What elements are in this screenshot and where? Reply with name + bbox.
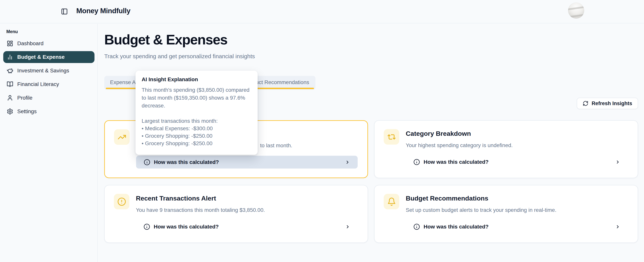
how-calculated-button[interactable]: How was this calculated? [136, 156, 358, 169]
refresh-icon [583, 101, 588, 106]
info-icon [414, 159, 420, 165]
popover-line: to last month ($159,350.00) shows a 97.6… [142, 94, 252, 102]
trending-up-icon [114, 129, 130, 145]
card-description: Set up custom budget alerts to track you… [406, 207, 556, 214]
sidebar-toggle-button[interactable] [61, 8, 68, 15]
how-calculated-label: How was this calculated? [424, 159, 488, 165]
info-icon [144, 159, 150, 166]
ai-insight-popover: AI Insight Explanation This month's spen… [136, 71, 258, 155]
page-subtitle: Track your spending and get personalized… [104, 52, 255, 60]
refresh-insights-label: Refresh Insights [592, 101, 632, 106]
how-calculated-label: How was this calculated? [154, 159, 219, 165]
page-title: Budget & Expenses [104, 31, 227, 48]
refresh-insights-button[interactable]: Refresh Insights [577, 98, 638, 109]
chevron-right-icon [615, 224, 620, 229]
sidebar-item-label: Budget & Expense [17, 54, 64, 60]
card-title: Category Breakdown [406, 130, 471, 137]
alert-circle-icon [114, 194, 130, 209]
sidebar-item-dashboard[interactable]: Dashboard [3, 37, 94, 49]
app-title: Money Mindfully [76, 7, 130, 15]
card-category-breakdown: Category Breakdown Your highest spending… [374, 120, 638, 178]
sidebar: Menu Dashboard Budget & Expense Investme… [0, 24, 98, 262]
bar-chart-icon [7, 54, 13, 60]
bell-icon [384, 194, 399, 209]
popover-transaction-list: Largest transactions this month: • Medic… [142, 117, 252, 147]
repeat-icon [384, 129, 399, 145]
chevron-right-icon [345, 160, 350, 165]
sidebar-item-budget-expense[interactable]: Budget & Expense [3, 51, 94, 63]
chevron-right-icon [615, 160, 620, 165]
app-header: Money Mindfully [0, 0, 644, 23]
book-open-icon [7, 81, 13, 87]
how-calculated-label: How was this calculated? [154, 224, 219, 230]
card-recent-transactions-alert: Recent Transactions Alert You have 9 tra… [104, 185, 368, 243]
sidebar-item-label: Financial Literacy [17, 81, 59, 87]
popover-line: decrease. [142, 102, 252, 110]
user-icon [7, 95, 13, 101]
sidebar-item-profile[interactable]: Profile [3, 92, 94, 104]
user-avatar[interactable] [568, 2, 584, 18]
sidebar-item-financial-literacy[interactable]: Financial Literacy [3, 78, 94, 90]
dashboard-icon [7, 40, 13, 47]
card-description: You have 9 transactions this month total… [136, 207, 265, 214]
how-calculated-label: How was this calculated? [424, 224, 488, 230]
popover-line: • Medical Expenses: -$300.00 [142, 125, 252, 132]
popover-paragraph: This month's spending ($3,850.00) compar… [142, 86, 252, 110]
popover-line: This month's spending ($3,850.00) compar… [142, 86, 252, 94]
how-calculated-button[interactable]: How was this calculated? [136, 220, 358, 233]
sidebar-menu-label: Menu [6, 29, 18, 34]
sidebar-item-settings[interactable]: Settings [3, 106, 94, 117]
info-icon [414, 224, 420, 230]
popover-line: Largest transactions this month: [142, 117, 252, 125]
sidebar-item-label: Settings [17, 108, 36, 115]
panel-left-icon [61, 8, 68, 15]
gear-icon [7, 108, 13, 115]
how-calculated-button[interactable]: How was this calculated? [406, 220, 628, 233]
sidebar-nav: Dashboard Budget & Expense Investment & … [3, 37, 94, 119]
card-description: to last month. [260, 142, 292, 149]
sidebar-item-investment-savings[interactable]: Investment & Savings [3, 65, 94, 77]
sidebar-item-label: Profile [17, 95, 32, 101]
card-budget-recommendations: Budget Recommendations Set up custom bud… [374, 185, 638, 243]
card-title: Budget Recommendations [406, 195, 488, 202]
popover-line: • Grocery Shopping: -$250.00 [142, 140, 252, 147]
popover-line: • Grocery Shopping: -$250.00 [142, 132, 252, 140]
sidebar-item-label: Dashboard [17, 40, 44, 46]
card-title: Recent Transactions Alert [136, 195, 216, 202]
sidebar-item-label: Investment & Savings [17, 68, 69, 74]
info-icon [144, 224, 150, 230]
chevron-right-icon [345, 224, 350, 229]
card-description: Your highest spending category is undefi… [406, 142, 513, 149]
popover-title: AI Insight Explanation [142, 76, 252, 82]
how-calculated-button[interactable]: How was this calculated? [406, 156, 628, 168]
piggy-bank-icon [7, 67, 13, 74]
